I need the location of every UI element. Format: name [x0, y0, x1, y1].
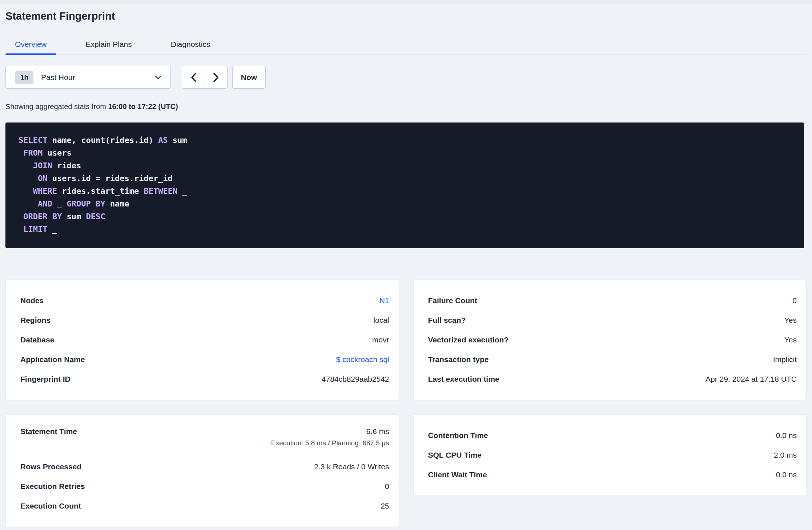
stat-value-text: local [373, 316, 389, 325]
next-interval-button[interactable] [205, 66, 227, 88]
sql-line: AND _ GROUP BY name [19, 197, 796, 210]
stat-value-sql-cpu-time: 2.0 ms [774, 451, 797, 459]
stat-value-nodes-link[interactable]: N1 [379, 296, 389, 305]
stat-label-execution-count: Execution Count [20, 502, 81, 510]
stat-row-full-scan: Full scan?Yes [428, 310, 797, 330]
stat-value-text: 25 [381, 502, 389, 510]
stat-label-sql-cpu-time: SQL CPU Time [428, 451, 482, 459]
stat-row-database: Databasemovr [20, 330, 389, 350]
sql-text [19, 199, 38, 208]
sql-text: users [43, 148, 71, 157]
stat-value-text: N1 [379, 296, 389, 305]
stat-value-vectorized-execution: Yes [784, 336, 797, 344]
stat-value-text: 0 [792, 296, 797, 305]
sql-text: rides [52, 161, 81, 170]
tab-diagnostics-label: Diagnostics [171, 40, 210, 49]
stat-label-regions: Regions [20, 316, 51, 325]
stat-label-full-scan: Full scan? [428, 316, 466, 325]
sql-text: users.id = rides.rider_id [47, 174, 172, 183]
sql-text [19, 174, 38, 183]
stat-label-database: Database [20, 336, 54, 344]
now-button[interactable]: Now [232, 66, 266, 89]
stat-label-last-execution-time: Last execution time [428, 375, 499, 384]
stat-row-application-name: Application Name$ cockroach sql [20, 350, 389, 369]
stat-value-full-scan: Yes [784, 316, 797, 325]
stat-label-execution-retries: Execution Retries [20, 482, 85, 491]
sql-keyword: GROUP BY [67, 199, 105, 208]
stat-value-text: Apr 29, 2024 at 17:18 UTC [706, 375, 797, 384]
sql-keyword: WHERE [33, 186, 57, 196]
sql-keyword: BETWEEN [144, 186, 177, 196]
stat-value-execution-retries: 0 [385, 482, 389, 491]
stat-row-regions: Regionslocal [20, 310, 389, 330]
stat-label-client-wait-time: Client Wait Time [428, 470, 487, 479]
stat-value-text: 2.0 ms [774, 451, 797, 459]
execution-attributes-card: Failure Count0Full scan?YesVectorized ex… [413, 280, 807, 400]
aggregated-stats-prefix: Showing aggregated stats from [5, 103, 108, 111]
time-range-dropdown[interactable]: 1h Past Hour [5, 66, 171, 89]
stat-label-contention-time: Contention Time [428, 431, 488, 440]
stat-value-client-wait-time: 0.0 ns [776, 470, 797, 479]
stat-label-failure-count: Failure Count [428, 296, 477, 305]
stat-row-execution-retries: Execution Retries0 [20, 477, 389, 496]
sql-line: WHERE rides.start_time BETWEEN _ [19, 185, 796, 197]
sql-text [19, 186, 33, 196]
page-title: Statement Fingerprint [5, 10, 807, 22]
prev-interval-button[interactable] [182, 66, 205, 88]
sql-text: name, count(rides.id) [47, 136, 158, 145]
stat-value-failure-count: 0 [792, 296, 797, 305]
tab-overview-label: Overview [15, 40, 47, 49]
tab-diagnostics[interactable]: Diagnostics [161, 34, 220, 55]
stat-value-application-name-link[interactable]: $ cockroach sql [336, 355, 389, 364]
stat-value-text: movr [372, 336, 389, 344]
sql-line: ORDER BY sum DESC [19, 210, 796, 223]
stat-label-transaction-type: Transaction type [428, 355, 489, 364]
sql-line: FROM users [19, 146, 796, 159]
stat-row-fingerprint-id: Fingerprint ID4784cb829aab2542 [20, 369, 389, 389]
sql-keyword: AS [158, 136, 168, 145]
sql-line: ON users.id = rides.rider_id [19, 172, 796, 185]
sql-line: LIMIT _ [19, 223, 796, 236]
top-strip [0, 0, 812, 4]
stat-value-fingerprint-id: 4784cb829aab2542 [322, 375, 389, 384]
aggregated-stats-range: 16:00 to 17:22 (UTC) [108, 103, 178, 111]
stat-value-contention-time: 0.0 ns [776, 431, 797, 440]
stat-value-text: Implicit [773, 355, 797, 364]
active-tab-underline [5, 53, 56, 55]
sql-text [19, 148, 23, 157]
tab-explain-plans-label: Explain Plans [86, 40, 132, 49]
sql-text [19, 212, 23, 221]
tab-bar: Overview Explain Plans Diagnostics [5, 34, 807, 55]
stat-value-text: $ cockroach sql [336, 355, 389, 364]
stat-label-rows-processed: Rows Processed [20, 462, 81, 471]
stat-row-last-execution-time: Last execution timeApr 29, 2024 at 17:18… [428, 369, 797, 389]
time-range-badge: 1h [15, 71, 33, 84]
stats-cards-grid: NodesN1RegionslocalDatabasemovrApplicati… [5, 280, 807, 527]
sql-keyword: SELECT [19, 136, 47, 145]
stat-row-nodes: NodesN1 [20, 291, 389, 310]
main-content: Statement Fingerprint Overview Explain P… [0, 10, 812, 527]
aggregated-stats-text: Showing aggregated stats from 16:00 to 1… [5, 102, 807, 111]
sql-line: SELECT name, count(rides.id) AS sum [19, 134, 796, 146]
stat-value-database: movr [372, 336, 389, 344]
sql-keyword: JOIN [33, 161, 52, 170]
stat-value-last-execution-time: Apr 29, 2024 at 17:18 UTC [706, 375, 797, 384]
sql-line: JOIN rides [19, 159, 796, 172]
sql-text: _ [177, 186, 187, 196]
stat-row-client-wait-time: Client Wait Time0.0 ns [428, 465, 797, 485]
stat-label-statement-time: Statement Time [20, 426, 77, 437]
stat-value-text: 0 [385, 482, 389, 491]
stat-row-transaction-type: Transaction typeImplicit [428, 350, 797, 369]
stat-label-vectorized-execution: Vectorized execution? [428, 336, 509, 344]
tab-explain-plans[interactable]: Explain Plans [76, 34, 141, 55]
stat-value-text: Yes [784, 336, 797, 344]
time-interval-pager [182, 66, 228, 89]
contention-card: Contention Time0.0 nsSQL CPU Time2.0 msC… [413, 414, 807, 496]
sql-keyword: ON [38, 174, 48, 183]
tab-overview[interactable]: Overview [5, 34, 56, 55]
stat-value-text: 2.3 k Reads / 0 Writes [314, 462, 389, 471]
stat-row-sql-cpu-time: SQL CPU Time2.0 ms [428, 445, 797, 465]
sql-text: rides.start_time [57, 186, 144, 196]
statement-timing-card: Statement Time6.6 msExecution: 5.8 ms / … [5, 414, 399, 527]
stat-row-execution-count: Execution Count25 [20, 496, 389, 516]
